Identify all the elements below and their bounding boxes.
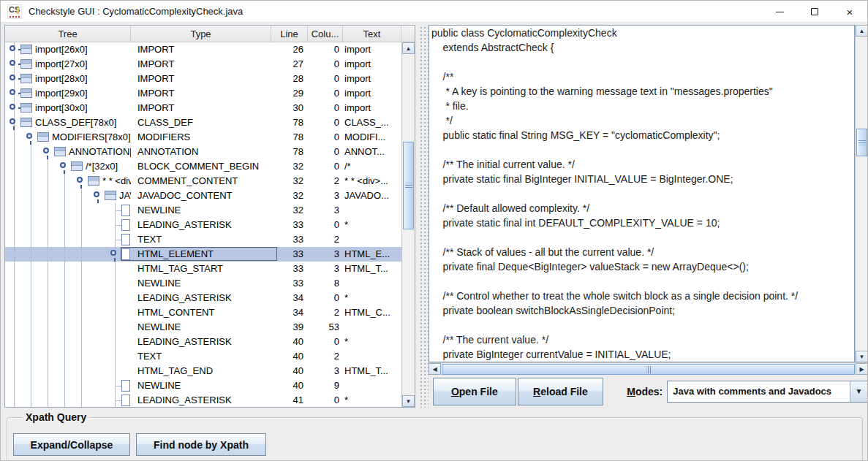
- table-row[interactable]: CLASS_DEF[78x0]CLASS_DEF780CLASS_...: [5, 115, 401, 130]
- table-row[interactable]: ANNOTATION[78x0]ANNOTATION780ANNOT...: [5, 145, 401, 159]
- split-pane-divider[interactable]: [418, 25, 429, 408]
- tree-cell: [5, 203, 131, 218]
- expand-handle-icon[interactable]: [10, 104, 15, 110]
- table-row[interactable]: HTML_CONTENT342HTML_C...: [5, 305, 401, 320]
- table-row[interactable]: import[26x0]IMPORT260import: [5, 42, 401, 57]
- table-row[interactable]: * * <div>COMMENT_CONTENT322* * <div>...: [5, 174, 401, 188]
- scroll-right-icon[interactable]: ▶: [856, 363, 868, 375]
- code-line: /** The initial current value. */: [429, 157, 854, 172]
- tree-indent-guide: [31, 203, 31, 218]
- reload-file-button[interactable]: Reload File: [518, 378, 604, 405]
- collapse-handle-icon[interactable]: [110, 250, 116, 256]
- column-cell: 2: [308, 174, 343, 188]
- minimize-button[interactable]: [762, 1, 797, 23]
- column-header-line[interactable]: Line: [271, 26, 308, 42]
- code-line: [429, 318, 854, 332]
- expand-handle-icon[interactable]: [10, 89, 15, 95]
- table-row[interactable]: import[28x0]IMPORT280import: [5, 72, 401, 86]
- collapse-handle-icon[interactable]: [43, 148, 49, 153]
- collapse-handle-icon[interactable]: [94, 191, 99, 197]
- tree-indent-guide: [14, 188, 15, 203]
- scrollbar-thumb[interactable]: [442, 364, 855, 375]
- tree-indent-guide: [48, 188, 48, 203]
- column-header-column[interactable]: Colu...: [308, 26, 343, 42]
- line-cell: 39: [271, 320, 308, 335]
- collapse-handle-icon[interactable]: [10, 118, 15, 124]
- table-row[interactable]: NEWLINE3953: [5, 320, 401, 335]
- line-cell: 32: [271, 159, 308, 174]
- text-cell: import: [343, 86, 401, 101]
- scroll-up-icon[interactable]: ▲: [402, 42, 415, 54]
- tree-cell: [5, 276, 131, 291]
- table-row[interactable]: import[29x0]IMPORT290import: [5, 86, 401, 101]
- chevron-down-icon[interactable]: ▼: [850, 381, 867, 402]
- table-row[interactable]: LEADING_ASTERISK340*: [5, 291, 401, 305]
- collapse-handle-icon[interactable]: [60, 162, 66, 168]
- line-cell: 33: [271, 232, 308, 247]
- table-row[interactable]: import[27x0]IMPORT270import: [5, 57, 401, 72]
- type-cell: IMPORT: [131, 101, 271, 115]
- tree-indent-guide: [31, 247, 31, 262]
- collapse-handle-icon[interactable]: [26, 133, 32, 139]
- selected-cell-focus-border: [121, 247, 277, 261]
- table-row[interactable]: /*[32x0]BLOCK_COMMENT_BEGIN320/*: [5, 159, 401, 174]
- maximize-button[interactable]: [797, 1, 832, 23]
- open-file-button[interactable]: Open File: [433, 378, 516, 405]
- tree-indent-guide: [14, 174, 15, 188]
- table-row[interactable]: NEWLINE323: [5, 203, 401, 218]
- text-cell: * * <div>...: [343, 174, 401, 188]
- window-title: Checkstyle GUI : CyclomaticComplexityChe…: [29, 6, 243, 17]
- code-line: public static final String MSG_KEY = "cy…: [429, 128, 854, 142]
- tree-vertical-scrollbar[interactable]: ▲▼: [401, 42, 415, 407]
- tree-indent-guide: [81, 218, 82, 232]
- tree-indent-guide: [31, 305, 31, 320]
- code-horizontal-scrollbar[interactable]: ◀▶: [429, 362, 868, 375]
- table-row[interactable]: NEWLINE338: [5, 276, 401, 291]
- tree-indent-guide: [64, 320, 65, 335]
- table-row[interactable]: JAVADOC_CONTENTJAVADOC_CONTENT323JAVADO.…: [5, 188, 401, 203]
- scroll-up-icon[interactable]: ▲: [856, 25, 868, 37]
- scroll-left-icon[interactable]: ◀: [429, 363, 441, 375]
- code-editor[interactable]: public class CyclomaticComplexityCheck e…: [429, 25, 855, 362]
- table-row[interactable]: TEXT332: [5, 232, 401, 247]
- collapse-handle-icon[interactable]: [77, 177, 83, 183]
- find-node-by-xpath-button[interactable]: Find node by Xpath: [136, 433, 266, 456]
- close-button[interactable]: ×: [832, 1, 867, 23]
- table-row[interactable]: import[30x0]IMPORT300import: [5, 101, 401, 115]
- mode-selected-value: Java with comments and Javadocs: [668, 381, 850, 402]
- table-row[interactable]: NEWLINE409: [5, 378, 401, 393]
- column-header-text[interactable]: Text: [343, 26, 401, 42]
- tree-indent-guide: [14, 393, 15, 407]
- scroll-down-icon[interactable]: ▼: [856, 351, 868, 362]
- tree-cell: [5, 262, 131, 276]
- ast-tree-table[interactable]: Tree Type Line Colu... Text import[26x0]…: [4, 25, 415, 408]
- scrollbar-thumb[interactable]: [856, 129, 867, 156]
- expand-handle-icon[interactable]: [10, 60, 15, 66]
- text-cell: *: [343, 218, 401, 232]
- folder-node-icon: [71, 161, 83, 171]
- table-row[interactable]: HTML_TAG_START333HTML_T...: [5, 262, 401, 276]
- table-row[interactable]: HTML_ELEMENT333HTML_E...: [5, 247, 401, 262]
- table-row[interactable]: MODIFIERS[78x0]MODIFIERS780MODIFI...: [5, 130, 401, 145]
- table-row[interactable]: LEADING_ASTERISK330*: [5, 218, 401, 232]
- mode-select[interactable]: Java with comments and Javadocs ▼: [667, 381, 868, 403]
- tree-indent-guide: [115, 335, 116, 349]
- tree-cell: [5, 291, 131, 305]
- expand-handle-icon[interactable]: [10, 45, 15, 51]
- column-header-tree[interactable]: Tree: [5, 26, 131, 42]
- scroll-down-icon[interactable]: ▼: [402, 395, 415, 407]
- line-cell: 33: [271, 262, 308, 276]
- type-cell: NEWLINE: [131, 276, 271, 291]
- table-row[interactable]: HTML_TAG_END403HTML_T...: [5, 364, 401, 378]
- expand-handle-icon[interactable]: [10, 75, 15, 80]
- scrollbar-thumb[interactable]: [403, 142, 414, 229]
- code-vertical-scrollbar[interactable]: ▲▼: [855, 25, 868, 362]
- column-header-type[interactable]: Type: [131, 26, 271, 42]
- table-row[interactable]: LEADING_ASTERISK400*: [5, 335, 401, 349]
- table-row[interactable]: TEXT402: [5, 349, 401, 364]
- expand-collapse-button[interactable]: Expand/Collapse: [13, 433, 130, 456]
- tree-node-label: import[28x0]: [35, 72, 88, 86]
- tree-cell: [5, 378, 131, 393]
- tree-indent-guide: [48, 378, 48, 393]
- table-row[interactable]: LEADING_ASTERISK410*: [5, 393, 401, 407]
